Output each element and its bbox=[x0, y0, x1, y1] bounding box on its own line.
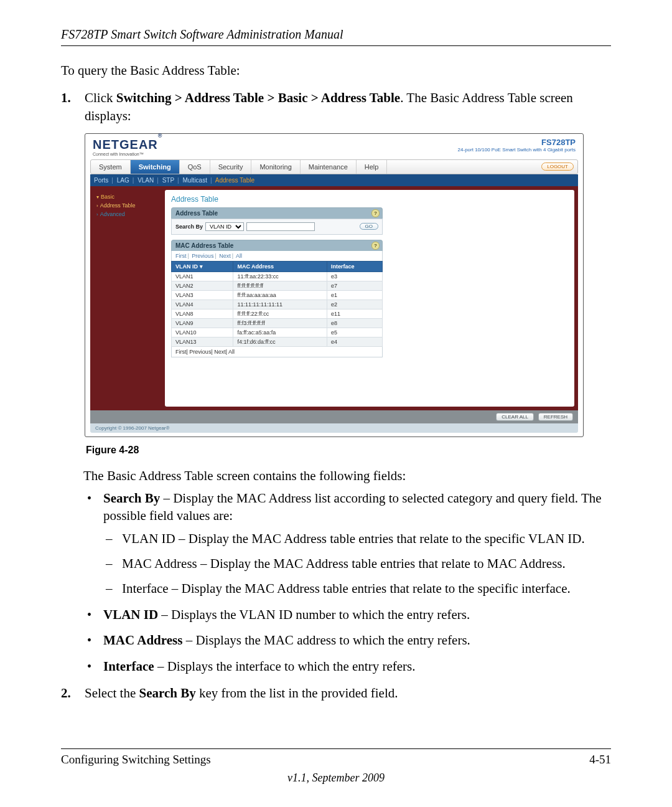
nav-monitoring[interactable]: Monitoring bbox=[251, 160, 300, 174]
field-search-by: Search By – Display the MAC Address list… bbox=[83, 490, 611, 598]
col-vlan-id[interactable]: VLAN ID ▾ bbox=[172, 261, 233, 271]
table-cell: VLAN8 bbox=[172, 309, 233, 318]
secondary-nav: Ports| LAG| VLAN| STP| Multicast| Addres… bbox=[90, 174, 578, 186]
field-vlan-id-name: VLAN ID bbox=[103, 607, 158, 622]
field-vlan-id-desc: – Displays the VLAN ID number to which t… bbox=[158, 607, 470, 622]
refresh-button[interactable]: REFRESH bbox=[538, 413, 573, 421]
sidebar-item-basic[interactable]: ▾Basic bbox=[94, 192, 161, 201]
subnav-address-table[interactable]: Address Table bbox=[215, 177, 254, 184]
nav-qos[interactable]: QoS bbox=[180, 160, 210, 174]
table-row: VLAN411:11:11:11:11:11e2 bbox=[172, 300, 383, 309]
pager-previous[interactable]: Previous bbox=[192, 253, 213, 259]
step-1-breadcrumb: Switching > Address Table > Basic > Addr… bbox=[116, 90, 400, 105]
col-mac-address[interactable]: MAC Address bbox=[233, 261, 327, 271]
netgear-logo: NETGEAR® bbox=[93, 138, 162, 152]
table-cell: VLAN13 bbox=[172, 337, 233, 346]
nav-help[interactable]: Help bbox=[357, 160, 388, 174]
col-interface[interactable]: Interface bbox=[327, 261, 383, 271]
sidebar-item-advanced[interactable]: ›Advanced bbox=[94, 210, 161, 219]
netgear-tagline: Connect with Innovation™ bbox=[93, 152, 162, 156]
help-icon[interactable]: ? bbox=[371, 242, 380, 250]
field-interface-name: Interface bbox=[103, 659, 154, 674]
nav-switching[interactable]: Switching bbox=[131, 160, 180, 174]
sidebar-item-basic-label: Basic bbox=[101, 194, 114, 200]
pager-first[interactable]: First bbox=[175, 349, 187, 355]
table-row: VLAN10fa:ff:ac:a5:aa:fae5 bbox=[172, 328, 383, 337]
field-interface: Interface – Displays the interface to wh… bbox=[83, 658, 611, 676]
table-cell: e11 bbox=[327, 309, 383, 318]
pager-all[interactable]: All bbox=[228, 349, 235, 355]
caret-icon: › bbox=[96, 212, 98, 217]
step-1-body: Click Switching > Address Table > Basic … bbox=[85, 89, 611, 125]
fields-intro: The Basic Address Table screen contains … bbox=[83, 468, 611, 484]
step-1-number: 1. bbox=[61, 89, 85, 125]
content-area: ▾Basic ›Address Table ›Advanced Address … bbox=[90, 186, 578, 410]
pager-all[interactable]: All bbox=[236, 253, 242, 259]
netgear-topbar: NETGEAR® Connect with Innovation™ FS728T… bbox=[90, 138, 578, 158]
table-cell: e5 bbox=[327, 328, 383, 337]
subnav-stp[interactable]: STP bbox=[162, 177, 174, 184]
search-by-options: VLAN ID – Display the MAC Address table … bbox=[103, 531, 611, 597]
figure-4-28: NETGEAR® Connect with Innovation™ FS728T… bbox=[85, 133, 611, 456]
pager-next[interactable]: Next bbox=[214, 349, 226, 355]
search-card-body: Search By VLAN ID GO bbox=[171, 219, 383, 235]
step-1: 1. Click Switching > Address Table > Bas… bbox=[61, 89, 611, 125]
nav-security[interactable]: Security bbox=[210, 160, 252, 174]
footer-rule bbox=[61, 748, 611, 749]
model-desc: 24-port 10/100 PoE Smart Switch with 4 G… bbox=[458, 147, 576, 153]
field-interface-desc: – Displays the interface to which the en… bbox=[154, 659, 416, 674]
nav-system[interactable]: System bbox=[91, 160, 131, 174]
subnav-lag[interactable]: LAG bbox=[117, 177, 129, 184]
mac-address-table: VLAN ID ▾ MAC Address Interface VLAN111:… bbox=[171, 261, 383, 347]
step-2-key: Search By bbox=[139, 686, 195, 701]
netgear-logo-text: NETGEAR bbox=[93, 138, 158, 151]
table-cell: ff:ff:aa:aa:aa:aa bbox=[233, 290, 327, 300]
copyright-strip: Copyright © 1996-2007 Netgear® bbox=[90, 423, 578, 433]
footer-version: v1.1, September 2009 bbox=[61, 772, 611, 785]
field-mac-desc: – Displays the MAC address to which the … bbox=[182, 633, 470, 648]
nav-maintenance[interactable]: Maintenance bbox=[301, 160, 357, 174]
brand-block: NETGEAR® Connect with Innovation™ bbox=[93, 138, 162, 156]
search-card-header: Address Table ? bbox=[171, 207, 383, 219]
pager-first[interactable]: First bbox=[175, 253, 187, 259]
field-mac-address: MAC Address – Displays the MAC address t… bbox=[83, 632, 611, 649]
field-search-by-desc: – Display the MAC Address list according… bbox=[103, 491, 602, 523]
search-by-select[interactable]: VLAN ID bbox=[205, 222, 244, 231]
caret-icon: ▾ bbox=[96, 194, 99, 200]
page-footer: Configuring Switching Settings 4-51 v1.1… bbox=[61, 748, 611, 785]
table-cell: ff:ff:ff:ff:ff:ff bbox=[233, 281, 327, 290]
sidebar-item-address-table[interactable]: ›Address Table bbox=[94, 201, 161, 210]
table-row: VLAN9ff:f3:ff:ff:ff:ffe8 bbox=[172, 318, 383, 328]
mac-table-header: MAC Address Table ? bbox=[171, 240, 383, 251]
table-cell: e4 bbox=[327, 337, 383, 346]
clear-all-button[interactable]: CLEAR ALL bbox=[496, 413, 534, 421]
content-panel-title: Address Table bbox=[171, 195, 568, 204]
pager-next[interactable]: Next bbox=[219, 253, 231, 259]
primary-nav: System Switching QoS Security Monitoring… bbox=[90, 159, 578, 174]
model-block: FS728TP 24-port 10/100 PoE Smart Switch … bbox=[458, 138, 576, 153]
sidebar: ▾Basic ›Address Table ›Advanced bbox=[94, 190, 161, 407]
pager-top: First| Previous| Next| All bbox=[171, 251, 383, 261]
help-icon[interactable]: ? bbox=[371, 209, 380, 217]
screenshot-frame: NETGEAR® Connect with Innovation™ FS728T… bbox=[85, 133, 584, 437]
table-row: VLAN3ff:ff:aa:aa:aa:aae1 bbox=[172, 290, 383, 300]
search-by-input[interactable] bbox=[246, 222, 315, 231]
opt-mac-address: MAC Address – Display the MAC Address ta… bbox=[103, 555, 611, 573]
subnav-vlan[interactable]: VLAN bbox=[138, 177, 154, 184]
table-row: VLAN2ff:ff:ff:ff:ff:ffe7 bbox=[172, 281, 383, 290]
table-cell: VLAN9 bbox=[172, 318, 233, 328]
search-card: Address Table ? Search By VLAN ID GO bbox=[171, 207, 383, 235]
fields-list: Search By – Display the MAC Address list… bbox=[83, 490, 611, 676]
subnav-ports[interactable]: Ports bbox=[94, 177, 108, 184]
go-button[interactable]: GO bbox=[360, 223, 378, 230]
subnav-multicast[interactable]: Multicast bbox=[183, 177, 207, 184]
pager-previous[interactable]: Previous bbox=[189, 349, 211, 355]
logout-button[interactable]: LOGOUT bbox=[541, 163, 574, 171]
table-cell: e2 bbox=[327, 300, 383, 309]
table-cell: e8 bbox=[327, 318, 383, 328]
mac-table-title: MAC Address Table bbox=[175, 242, 233, 249]
pager-bottom: First| Previous| Next| All bbox=[171, 347, 383, 357]
model-name: FS728TP bbox=[458, 138, 576, 147]
mac-table-card: MAC Address Table ? First| Previous| Nex… bbox=[171, 240, 383, 357]
table-cell: e1 bbox=[327, 290, 383, 300]
